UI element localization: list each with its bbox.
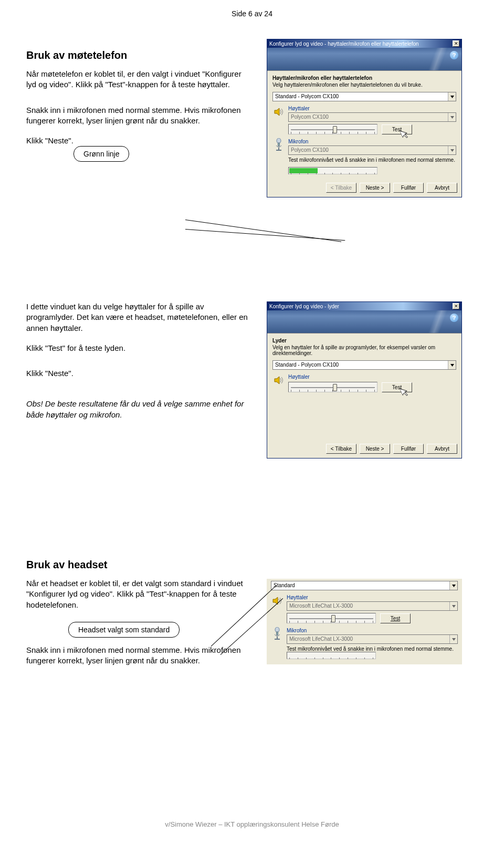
section2-p3: Klikk "Neste". xyxy=(26,368,252,379)
mic-device-dropdown: Polycom CX100 xyxy=(288,145,456,155)
svg-rect-4 xyxy=(278,143,280,146)
dialog1-speaker-label[interactable]: Høyttaler xyxy=(288,106,456,111)
section1-p2: Snakk inn i mikrofonen med normal stemme… xyxy=(26,105,252,127)
cancel-button[interactable]: Avbryt xyxy=(427,444,457,454)
section3-p1: Når et headset er koblet til, er det val… xyxy=(26,578,252,610)
close-icon[interactable]: ✕ xyxy=(453,303,459,309)
mic-note: Test mikrofonnivået ved å snakke inn i m… xyxy=(288,157,456,163)
callout-green-line: Grønn linje xyxy=(74,146,129,162)
svg-marker-8 xyxy=(450,364,454,367)
page-footer: v/Simone Wiezer – IKT opplæringskonsulen… xyxy=(0,820,504,828)
svg-marker-0 xyxy=(450,96,454,98)
svg-marker-7 xyxy=(450,149,454,152)
close-icon[interactable]: ✕ xyxy=(453,40,459,47)
mic-device-text: Microsoft LifeChat LX-3000 xyxy=(287,635,449,643)
dialog1: Konfigurer lyd og video - høyttaler/mikr… xyxy=(267,39,462,197)
speaker-volume-slider[interactable] xyxy=(287,613,376,623)
dialog1-title: Konfigurer lyd og video - høyttaler/mikr… xyxy=(269,41,453,47)
speaker-device-dropdown: Microsoft LifeChat LX-3000 xyxy=(287,601,458,611)
dialog2-titlebar: Konfigurer lyd og video - lyder ✕ xyxy=(267,302,461,310)
svg-rect-5 xyxy=(278,148,279,150)
device-dropdown[interactable]: Standard - Polycom CX100 xyxy=(272,360,456,370)
svg-marker-1 xyxy=(450,116,454,119)
svg-marker-11 xyxy=(452,605,456,608)
mic-level-bar xyxy=(287,652,376,659)
chevron-down-icon xyxy=(448,146,456,154)
help-icon[interactable]: ? xyxy=(450,51,458,59)
speaker-volume-slider[interactable] xyxy=(288,382,377,392)
panel3-speaker-label[interactable]: Høyttaler xyxy=(287,595,458,600)
section2-obs: Obs! De beste resultatene får du ved å v… xyxy=(26,399,252,420)
next-button[interactable]: Neste > xyxy=(360,444,390,454)
svg-rect-13 xyxy=(277,632,278,635)
finish-button[interactable]: Fullfør xyxy=(393,444,424,454)
mic-device-dropdown: Microsoft LifeChat LX-3000 xyxy=(287,634,458,644)
svg-rect-6 xyxy=(276,150,281,151)
chevron-down-icon xyxy=(449,602,457,610)
section3-title: Bruk av headset xyxy=(26,559,252,571)
dialog2: Konfigurer lyd og video - lyder ✕ ? Lyde… xyxy=(267,301,462,459)
section-headset: Bruk av headset Når et headset er koblet… xyxy=(26,548,478,737)
mic-level-bar xyxy=(288,167,377,174)
speaker-device-text: Microsoft LifeChat LX-3000 xyxy=(287,602,449,610)
dialog2-speaker-label[interactable]: Høyttaler xyxy=(288,374,456,380)
dialog1-titlebar: Konfigurer lyd og video - høyttaler/mikr… xyxy=(267,39,461,48)
section1-p3: Klikk "Neste". xyxy=(26,136,74,146)
chevron-down-icon[interactable] xyxy=(448,92,456,101)
chevron-down-icon xyxy=(448,113,456,121)
dropdown-text: Standard - Polycom CX100 xyxy=(273,361,448,369)
speaker-device-dropdown: Polycom CX100 xyxy=(288,112,456,122)
section-meeting-phone: Bruk av møtetelefon Når møtetelefon er k… xyxy=(26,39,478,286)
dialog1-heading: Høyttaler/mikrofon eller høyttalertelefo… xyxy=(272,75,456,81)
svg-rect-15 xyxy=(275,639,280,640)
device-dropdown[interactable]: Standard xyxy=(271,581,458,590)
next-button[interactable]: Neste > xyxy=(360,183,390,193)
speaker-volume-slider[interactable] xyxy=(288,124,377,134)
dialog1-mic-label[interactable]: Mikrofon xyxy=(288,139,456,144)
dialog1-subtext: Velg høyttaleren/mikrofonen eller høytta… xyxy=(272,82,456,88)
chevron-down-icon[interactable] xyxy=(448,361,456,369)
finish-button[interactable]: Fullfør xyxy=(393,183,424,193)
panel3-mic-label[interactable]: Mikrofon xyxy=(287,628,458,633)
svg-marker-16 xyxy=(452,638,456,641)
mic-device-text: Polycom CX100 xyxy=(289,146,448,154)
microphone-icon xyxy=(271,628,284,640)
section2-p2: Klikk "Test" for å teste lyden. xyxy=(26,343,252,353)
mic-note: Test mikrofonnivået ved å snakke inn i m… xyxy=(287,646,458,652)
help-icon[interactable]: ? xyxy=(450,314,458,322)
dropdown-text: Standard - Polycom CX100 xyxy=(273,92,448,101)
panel3: Standard Høyttaler Microsoft LifeChat LX… xyxy=(267,579,462,664)
microphone-icon xyxy=(272,139,285,151)
dialog2-subtext: Velg en høyttaler for å spille av progra… xyxy=(272,345,456,356)
svg-marker-10 xyxy=(452,585,456,587)
svg-marker-9 xyxy=(400,386,409,397)
dropdown-text: Standard xyxy=(271,581,449,590)
section2-p1: I dette vinduet kan du velge høyttaler f… xyxy=(26,301,252,334)
speaker-device-text: Polycom CX100 xyxy=(289,113,448,121)
dialog2-title: Konfigurer lyd og video - lyder xyxy=(269,304,453,309)
chevron-down-icon xyxy=(449,635,457,643)
page-number: Side 6 av 24 xyxy=(0,0,504,18)
speaker-icon xyxy=(272,374,285,387)
section1-title: Bruk av møtetelefon xyxy=(26,49,252,61)
section-program-sounds: I dette vinduet kan du velge høyttaler f… xyxy=(26,301,478,533)
chevron-down-icon[interactable] xyxy=(449,581,457,590)
device-dropdown[interactable]: Standard - Polycom CX100 xyxy=(272,92,456,101)
dialog2-heading: Lyder xyxy=(272,338,456,343)
back-button[interactable]: < Tilbake xyxy=(326,444,356,454)
back-button: < Tilbake xyxy=(326,183,356,193)
svg-rect-14 xyxy=(277,637,278,639)
section3-p2: Snakk inn i mikrofonen med normal stemme… xyxy=(26,645,252,666)
cancel-button[interactable]: Avbryt xyxy=(427,183,457,193)
svg-marker-2 xyxy=(400,128,409,139)
speaker-icon xyxy=(272,106,285,118)
section1-p1: Når møtetelefon er koblet til, er den va… xyxy=(26,69,252,90)
callout-headset-standard: Headset valgt som standard xyxy=(68,622,180,638)
test-button[interactable]: Test xyxy=(380,613,411,623)
speaker-icon xyxy=(271,595,284,607)
